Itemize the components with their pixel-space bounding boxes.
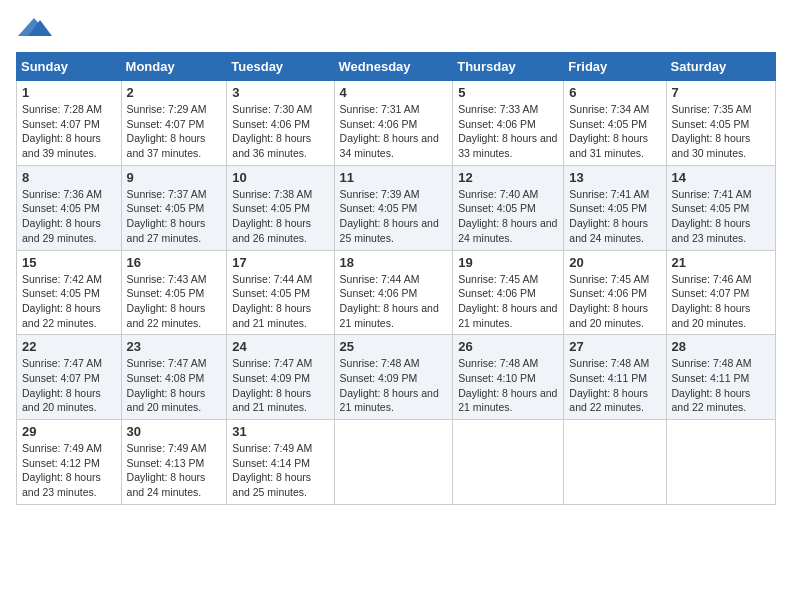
day-cell: 13 Sunrise: 7:41 AM Sunset: 4:05 PM Dayl… [564, 165, 666, 250]
day-number: 17 [232, 255, 328, 270]
day-cell: 18 Sunrise: 7:44 AM Sunset: 4:06 PM Dayl… [334, 250, 453, 335]
week-row-5: 29 Sunrise: 7:49 AM Sunset: 4:12 PM Dayl… [17, 420, 776, 505]
day-info: Sunrise: 7:31 AM Sunset: 4:06 PM Dayligh… [340, 102, 448, 161]
day-info: Sunrise: 7:39 AM Sunset: 4:05 PM Dayligh… [340, 187, 448, 246]
day-cell: 22 Sunrise: 7:47 AM Sunset: 4:07 PM Dayl… [17, 335, 122, 420]
day-number: 30 [127, 424, 222, 439]
day-cell [666, 420, 775, 505]
day-info: Sunrise: 7:30 AM Sunset: 4:06 PM Dayligh… [232, 102, 328, 161]
day-number: 4 [340, 85, 448, 100]
day-cell: 6 Sunrise: 7:34 AM Sunset: 4:05 PM Dayli… [564, 81, 666, 166]
day-info: Sunrise: 7:45 AM Sunset: 4:06 PM Dayligh… [458, 272, 558, 331]
day-number: 22 [22, 339, 116, 354]
day-number: 15 [22, 255, 116, 270]
day-info: Sunrise: 7:46 AM Sunset: 4:07 PM Dayligh… [672, 272, 770, 331]
day-cell: 8 Sunrise: 7:36 AM Sunset: 4:05 PM Dayli… [17, 165, 122, 250]
day-info: Sunrise: 7:34 AM Sunset: 4:05 PM Dayligh… [569, 102, 660, 161]
day-cell: 10 Sunrise: 7:38 AM Sunset: 4:05 PM Dayl… [227, 165, 334, 250]
day-number: 8 [22, 170, 116, 185]
day-info: Sunrise: 7:47 AM Sunset: 4:09 PM Dayligh… [232, 356, 328, 415]
day-number: 18 [340, 255, 448, 270]
weekday-header-saturday: Saturday [666, 53, 775, 81]
day-cell: 24 Sunrise: 7:47 AM Sunset: 4:09 PM Dayl… [227, 335, 334, 420]
day-number: 24 [232, 339, 328, 354]
day-info: Sunrise: 7:43 AM Sunset: 4:05 PM Dayligh… [127, 272, 222, 331]
day-number: 14 [672, 170, 770, 185]
day-number: 9 [127, 170, 222, 185]
day-number: 29 [22, 424, 116, 439]
day-number: 31 [232, 424, 328, 439]
day-info: Sunrise: 7:37 AM Sunset: 4:05 PM Dayligh… [127, 187, 222, 246]
day-info: Sunrise: 7:48 AM Sunset: 4:11 PM Dayligh… [569, 356, 660, 415]
day-info: Sunrise: 7:48 AM Sunset: 4:09 PM Dayligh… [340, 356, 448, 415]
day-number: 5 [458, 85, 558, 100]
day-number: 16 [127, 255, 222, 270]
weekday-header-thursday: Thursday [453, 53, 564, 81]
day-number: 23 [127, 339, 222, 354]
day-number: 13 [569, 170, 660, 185]
weekday-header-friday: Friday [564, 53, 666, 81]
day-cell: 25 Sunrise: 7:48 AM Sunset: 4:09 PM Dayl… [334, 335, 453, 420]
day-info: Sunrise: 7:48 AM Sunset: 4:11 PM Dayligh… [672, 356, 770, 415]
weekday-header-row: SundayMondayTuesdayWednesdayThursdayFrid… [17, 53, 776, 81]
day-cell: 14 Sunrise: 7:41 AM Sunset: 4:05 PM Dayl… [666, 165, 775, 250]
day-info: Sunrise: 7:41 AM Sunset: 4:05 PM Dayligh… [672, 187, 770, 246]
day-info: Sunrise: 7:49 AM Sunset: 4:12 PM Dayligh… [22, 441, 116, 500]
day-cell: 26 Sunrise: 7:48 AM Sunset: 4:10 PM Dayl… [453, 335, 564, 420]
day-cell: 16 Sunrise: 7:43 AM Sunset: 4:05 PM Dayl… [121, 250, 227, 335]
day-number: 21 [672, 255, 770, 270]
day-cell: 1 Sunrise: 7:28 AM Sunset: 4:07 PM Dayli… [17, 81, 122, 166]
day-cell [334, 420, 453, 505]
day-cell: 30 Sunrise: 7:49 AM Sunset: 4:13 PM Dayl… [121, 420, 227, 505]
day-cell: 20 Sunrise: 7:45 AM Sunset: 4:06 PM Dayl… [564, 250, 666, 335]
day-cell: 2 Sunrise: 7:29 AM Sunset: 4:07 PM Dayli… [121, 81, 227, 166]
weekday-header-wednesday: Wednesday [334, 53, 453, 81]
day-info: Sunrise: 7:45 AM Sunset: 4:06 PM Dayligh… [569, 272, 660, 331]
day-cell: 31 Sunrise: 7:49 AM Sunset: 4:14 PM Dayl… [227, 420, 334, 505]
day-info: Sunrise: 7:44 AM Sunset: 4:06 PM Dayligh… [340, 272, 448, 331]
day-number: 1 [22, 85, 116, 100]
day-number: 28 [672, 339, 770, 354]
week-row-3: 15 Sunrise: 7:42 AM Sunset: 4:05 PM Dayl… [17, 250, 776, 335]
day-cell: 11 Sunrise: 7:39 AM Sunset: 4:05 PM Dayl… [334, 165, 453, 250]
day-cell [564, 420, 666, 505]
day-info: Sunrise: 7:35 AM Sunset: 4:05 PM Dayligh… [672, 102, 770, 161]
page-header [16, 16, 776, 40]
day-number: 12 [458, 170, 558, 185]
day-cell: 29 Sunrise: 7:49 AM Sunset: 4:12 PM Dayl… [17, 420, 122, 505]
day-info: Sunrise: 7:33 AM Sunset: 4:06 PM Dayligh… [458, 102, 558, 161]
day-number: 26 [458, 339, 558, 354]
day-info: Sunrise: 7:38 AM Sunset: 4:05 PM Dayligh… [232, 187, 328, 246]
day-info: Sunrise: 7:40 AM Sunset: 4:05 PM Dayligh… [458, 187, 558, 246]
day-cell: 17 Sunrise: 7:44 AM Sunset: 4:05 PM Dayl… [227, 250, 334, 335]
day-info: Sunrise: 7:48 AM Sunset: 4:10 PM Dayligh… [458, 356, 558, 415]
day-cell: 28 Sunrise: 7:48 AM Sunset: 4:11 PM Dayl… [666, 335, 775, 420]
day-number: 19 [458, 255, 558, 270]
day-number: 20 [569, 255, 660, 270]
week-row-4: 22 Sunrise: 7:47 AM Sunset: 4:07 PM Dayl… [17, 335, 776, 420]
day-number: 3 [232, 85, 328, 100]
day-cell: 3 Sunrise: 7:30 AM Sunset: 4:06 PM Dayli… [227, 81, 334, 166]
day-cell: 9 Sunrise: 7:37 AM Sunset: 4:05 PM Dayli… [121, 165, 227, 250]
day-number: 11 [340, 170, 448, 185]
day-number: 6 [569, 85, 660, 100]
day-info: Sunrise: 7:42 AM Sunset: 4:05 PM Dayligh… [22, 272, 116, 331]
day-number: 7 [672, 85, 770, 100]
day-info: Sunrise: 7:47 AM Sunset: 4:08 PM Dayligh… [127, 356, 222, 415]
day-cell: 7 Sunrise: 7:35 AM Sunset: 4:05 PM Dayli… [666, 81, 775, 166]
day-info: Sunrise: 7:49 AM Sunset: 4:13 PM Dayligh… [127, 441, 222, 500]
day-info: Sunrise: 7:29 AM Sunset: 4:07 PM Dayligh… [127, 102, 222, 161]
day-number: 27 [569, 339, 660, 354]
week-row-1: 1 Sunrise: 7:28 AM Sunset: 4:07 PM Dayli… [17, 81, 776, 166]
day-cell: 5 Sunrise: 7:33 AM Sunset: 4:06 PM Dayli… [453, 81, 564, 166]
calendar-table: SundayMondayTuesdayWednesdayThursdayFrid… [16, 52, 776, 505]
day-cell: 19 Sunrise: 7:45 AM Sunset: 4:06 PM Dayl… [453, 250, 564, 335]
day-info: Sunrise: 7:41 AM Sunset: 4:05 PM Dayligh… [569, 187, 660, 246]
day-cell: 23 Sunrise: 7:47 AM Sunset: 4:08 PM Dayl… [121, 335, 227, 420]
day-cell: 27 Sunrise: 7:48 AM Sunset: 4:11 PM Dayl… [564, 335, 666, 420]
day-cell: 21 Sunrise: 7:46 AM Sunset: 4:07 PM Dayl… [666, 250, 775, 335]
day-info: Sunrise: 7:47 AM Sunset: 4:07 PM Dayligh… [22, 356, 116, 415]
weekday-header-monday: Monday [121, 53, 227, 81]
logo-icon [16, 16, 52, 40]
day-cell: 4 Sunrise: 7:31 AM Sunset: 4:06 PM Dayli… [334, 81, 453, 166]
